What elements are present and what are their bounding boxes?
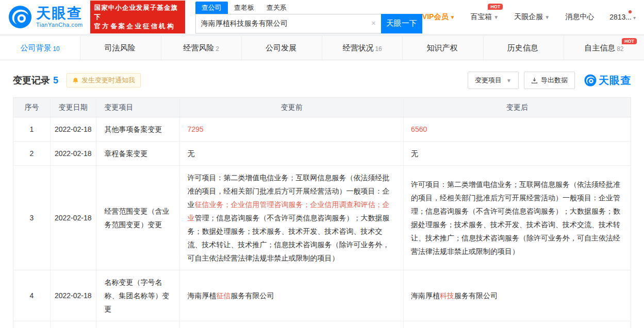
search-tab-boss[interactable]: 查老板 (228, 2, 260, 14)
tab-count: 16 (375, 45, 382, 53)
cert-badge-line2: 官方备案企业征信机构 (94, 22, 181, 31)
cell-no: 5 (13, 321, 51, 328)
cell-change-item: 章程备案变更 (96, 142, 180, 166)
col-header-no: 序号 (13, 98, 51, 117)
search-row: × 天眼一下 (195, 14, 422, 33)
cell-change-item: 地址变更（住所地址、经营场所、驻在地址等变更）变更 (96, 321, 180, 328)
clear-search-icon[interactable]: × (371, 19, 376, 27)
cell-date: 2022-02-18 (50, 166, 96, 270)
cell-date: 2022-02-18 (50, 270, 96, 321)
tab-operating-status[interactable]: 经营状况16 (322, 36, 403, 60)
cell-after: 海南厚植科技服务有限公司 (404, 270, 631, 321)
cell-after: 海南省海口市龙华区复兴城互联网产业园A1区2001-204号 (404, 321, 631, 328)
table-header-row: 序号 变更日期 变更项目 变更前 变更后 (13, 98, 631, 117)
cell-before: 无 (180, 142, 404, 166)
tab-count: 82 (617, 45, 623, 53)
cell-before: 许可项目：第二类增值电信业务；互联网信息服务（依法须经批准的项目，经相关部门批准… (180, 166, 404, 270)
table-row: 5 2022-02-18 地址变更（住所地址、经营场所、驻在地址等变更）变更 海… (13, 321, 631, 328)
tianyancha-eye-icon (8, 5, 32, 29)
table-row: 1 2022-02-18 其他事项备案变更 7295 6560 (13, 117, 631, 142)
tab-company-development[interactable]: 公司发展 (242, 36, 322, 60)
cell-before: 7295 (180, 117, 404, 142)
notification-dot (629, 10, 632, 13)
tab-count: 10 (53, 45, 59, 53)
search-input[interactable] (195, 14, 381, 33)
tab-label: 公司背景 (20, 43, 51, 53)
tab-label: 司法风险 (104, 43, 135, 53)
cell-change-item: 其他事项备案变更 (96, 117, 180, 142)
nav-toolbox[interactable]: HOT 百宝箱▼ (470, 12, 499, 22)
tianyancha-watermark: 天眼查 (584, 74, 631, 88)
tab-judicial-risk[interactable]: 司法风险 (80, 36, 161, 60)
cell-no: 4 (13, 270, 51, 321)
nav-enterprise-service[interactable]: 天眼企服▼ (514, 12, 550, 22)
nav-message-center[interactable]: 消息中心 (565, 12, 594, 22)
chevron-down-icon: ▼ (493, 14, 499, 20)
cell-no: 2 (13, 142, 51, 166)
tianyancha-page: 天眼查 TianYanCha.com 国家中小企业发展子基金旗下 官方备案企业征… (0, 0, 644, 328)
tianyancha-logo[interactable]: 天眼查 TianYanCha.com (8, 5, 83, 29)
cell-change-item: 经营范围变更（含业务范围变更）变更 (96, 166, 180, 270)
export-button-label: 导出数据 (541, 76, 568, 85)
nav-vip-label: VIP会员 (422, 12, 449, 21)
cell-date: 2022-02-18 (50, 117, 96, 142)
chevron-down-icon: ▾ (633, 15, 636, 21)
tianyancha-eye-icon (584, 74, 597, 87)
watermark-brand-name: 天眼查 (599, 74, 631, 88)
search-button[interactable]: 天眼一下 (381, 14, 422, 33)
col-header-item: 变更项目 (96, 98, 180, 117)
chevron-down-icon: ▼ (450, 14, 455, 20)
tab-label: 自主信息 (584, 43, 615, 53)
tab-intellectual-property[interactable]: 知识产权 (403, 36, 483, 60)
nav-message-label: 消息中心 (565, 12, 594, 21)
section-title: 变更记录 (13, 74, 50, 87)
notify-button-label: 发生变更时通知我 (81, 76, 135, 85)
search-tab-company[interactable]: 查公司 (195, 2, 228, 14)
nav-user-account[interactable]: 2813...▾ (609, 13, 636, 21)
cell-date: 2022-02-18 (50, 321, 96, 328)
export-data-button[interactable]: 导出数据 (524, 72, 575, 89)
tab-self-published-info[interactable]: 自主信息82 HOT (564, 36, 644, 60)
tab-label: 公司发展 (266, 43, 296, 53)
nav-enterprise-label: 天眼企服 (514, 12, 543, 21)
tab-label: 经营状况 (342, 43, 373, 53)
search-tab-relation[interactable]: 查关系 (260, 2, 293, 14)
filter-button-label: 变更项目 (475, 76, 502, 85)
hot-badge: HOT (622, 38, 637, 44)
nav-user-label: 2813... (609, 13, 632, 21)
table-row: 4 2022-02-18 名称变更（字号名称、集团名称等）变更 海南厚植征信服务… (13, 270, 631, 321)
tab-history-info[interactable]: 历史信息 (484, 36, 564, 60)
cell-after: 许可项目：第二类增值电信业务；互联网信息服务（依法须经批准的项目，经相关部门批准… (404, 166, 631, 270)
company-section-tabs: 公司背景10 司法风险 经营风险2 公司发展 经营状况16 知识产权 历史信息 … (0, 36, 644, 60)
bell-icon (72, 77, 79, 84)
section-count: 5 (53, 75, 58, 86)
tab-label: 经营风险 (183, 43, 214, 53)
certification-badge: 国家中小企业发展子基金旗下 官方备案企业征信机构 (90, 1, 185, 33)
cell-change-item: 名称变更（字号名称、集团名称等）变更 (96, 270, 180, 321)
chevron-down-icon: ▼ (506, 78, 511, 83)
change-record-table: 序号 变更日期 变更项目 变更前 变更后 1 2022-02-18 其他事项备案… (13, 97, 631, 328)
cell-after: 6560 (404, 117, 631, 142)
logo-name: 天眼查 (36, 6, 83, 21)
nav-toolbox-label: 百宝箱 (470, 12, 492, 21)
cell-no: 3 (13, 166, 51, 270)
nav-vip-member[interactable]: VIP会员▼ (422, 12, 455, 22)
chevron-down-icon: ▼ (544, 14, 550, 20)
cell-after: 无 (404, 142, 631, 166)
change-record-header: 变更记录 5 发生变更时通知我 变更项目▼ 导出数据 (0, 60, 644, 97)
search-input-wrap: × (195, 14, 381, 33)
top-header: 天眼查 TianYanCha.com 国家中小企业发展子基金旗下 官方备案企业征… (0, 0, 644, 34)
table-row: 2 2022-02-18 章程备案变更 无 无 (13, 142, 631, 166)
col-header-date: 变更日期 (50, 98, 96, 117)
download-icon (531, 77, 538, 84)
tab-operating-risk[interactable]: 经营风险2 (161, 36, 242, 60)
notify-on-change-button[interactable]: 发生变更时通知我 (67, 73, 141, 88)
tab-company-background[interactable]: 公司背景10 (0, 36, 80, 60)
cert-badge-line1: 国家中小企业发展子基金旗下 (94, 3, 181, 22)
col-header-after: 变更后 (404, 98, 631, 117)
tab-count: 2 (216, 45, 219, 53)
change-item-filter-button[interactable]: 变更项目▼ (468, 72, 519, 89)
search-block: 查公司 查老板 查关系 × 天眼一下 (195, 1, 422, 33)
cell-no: 1 (13, 117, 51, 142)
tab-label: 历史信息 (507, 43, 538, 53)
